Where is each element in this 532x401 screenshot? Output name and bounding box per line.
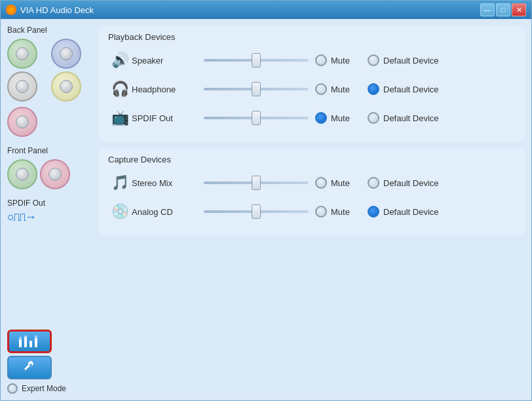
jack-pink-1[interactable] bbox=[7, 107, 37, 137]
headphone-default-label: Default Device bbox=[383, 85, 439, 94]
analogcd-volume-slider[interactable] bbox=[204, 210, 309, 213]
titlebar: VIA HD Audio Deck — □ ✕ bbox=[1, 1, 531, 19]
speaker-default-radio bbox=[368, 54, 379, 66]
speaker-mute-button[interactable]: Mute bbox=[315, 54, 368, 66]
analogcd-mute-label: Mute bbox=[331, 207, 350, 217]
stereomix-icon: 🎵 bbox=[108, 171, 132, 195]
stereomix-row: 🎵 Stereo Mix Mute Default Device bbox=[108, 171, 516, 195]
svg-rect-1 bbox=[19, 337, 22, 339]
settings-button[interactable] bbox=[7, 356, 52, 379]
analogcd-default-radio bbox=[368, 206, 379, 218]
headphone-name: Headphone bbox=[132, 85, 197, 94]
jack-blue-1[interactable] bbox=[51, 39, 81, 69]
capture-section: Capture Devices 🎵 Stereo Mix Mute Defaul… bbox=[99, 148, 525, 235]
front-panel-jacks bbox=[7, 159, 92, 189]
speaker-row: 🔊 Speaker Mute Default Device bbox=[108, 48, 516, 72]
spdif-slider-thumb[interactable] bbox=[252, 111, 261, 125]
stereomix-mute-radio bbox=[315, 177, 327, 189]
stereomix-volume-slider[interactable] bbox=[204, 181, 309, 184]
analogcd-row: 💿 Analog CD Mute Default Device bbox=[108, 200, 516, 223]
playback-title: Playback Devices bbox=[108, 32, 516, 42]
wrench-icon bbox=[22, 360, 37, 375]
front-panel-label: Front Panel bbox=[7, 146, 92, 155]
content-area: Back Panel Front Panel SPDIF Out ○⎍⎍→ bbox=[1, 19, 531, 400]
back-panel-jacks bbox=[7, 39, 92, 137]
headphone-default-radio bbox=[368, 83, 379, 95]
equalizer-icon bbox=[16, 334, 43, 349]
spdif-signal-icon: ○⎍⎍→ bbox=[7, 210, 92, 224]
speaker-name: Speaker bbox=[132, 56, 197, 66]
bottom-buttons bbox=[7, 330, 92, 379]
jack-front-pink[interactable] bbox=[40, 159, 70, 189]
back-panel-label: Back Panel bbox=[7, 26, 92, 35]
headphone-row: 🎧 Headphone Mute Default Device bbox=[108, 77, 516, 101]
capture-title: Capture Devices bbox=[108, 155, 516, 164]
expert-mode-label: Expert Mode bbox=[22, 384, 66, 393]
svg-rect-6 bbox=[35, 335, 37, 338]
analogcd-slider-thumb[interactable] bbox=[252, 204, 261, 219]
speaker-volume-slider[interactable] bbox=[204, 59, 309, 62]
spdif-mute-radio bbox=[315, 112, 327, 124]
spdif-row: 📺 SPDIF Out Mute Default Device bbox=[108, 106, 516, 130]
svg-rect-3 bbox=[24, 335, 27, 337]
headphone-slider-thumb[interactable] bbox=[252, 82, 261, 96]
window-controls: — □ ✕ bbox=[480, 3, 526, 16]
analogcd-default-label: Default Device bbox=[383, 207, 439, 217]
close-button[interactable]: ✕ bbox=[512, 3, 526, 16]
expert-mode-row: Expert Mode bbox=[7, 383, 92, 394]
stereomix-name: Stereo Mix bbox=[132, 178, 197, 188]
app-icon bbox=[6, 5, 16, 15]
spdif-mute-label: Mute bbox=[331, 113, 350, 123]
spdif-mute-button[interactable]: Mute bbox=[315, 112, 368, 124]
spdif-default-button[interactable]: Default Device bbox=[368, 112, 459, 124]
main-window: VIA HD Audio Deck — □ ✕ Back Panel Front… bbox=[0, 0, 532, 401]
headphone-icon: 🎧 bbox=[108, 77, 132, 101]
equalizer-button[interactable] bbox=[7, 330, 52, 353]
analogcd-mute-radio bbox=[315, 206, 327, 218]
speaker-mute-label: Mute bbox=[331, 56, 350, 66]
stereomix-default-button[interactable]: Default Device bbox=[368, 177, 459, 189]
stereomix-mute-button[interactable]: Mute bbox=[315, 177, 368, 189]
speaker-slider-thumb[interactable] bbox=[252, 53, 261, 67]
svg-rect-2 bbox=[24, 337, 27, 347]
speaker-mute-radio bbox=[315, 54, 327, 66]
speaker-default-label: Default Device bbox=[383, 56, 439, 66]
minimize-button[interactable]: — bbox=[480, 3, 495, 16]
speaker-default-button[interactable]: Default Device bbox=[368, 54, 459, 66]
svg-rect-5 bbox=[35, 338, 37, 347]
headphone-volume-slider[interactable] bbox=[204, 88, 309, 90]
spdif-icon: 📺 bbox=[108, 106, 132, 130]
maximize-button[interactable]: □ bbox=[496, 3, 510, 16]
svg-rect-4 bbox=[29, 341, 32, 347]
main-panel: Playback Devices 🔊 Speaker Mute Default … bbox=[99, 26, 525, 394]
expert-mode-radio[interactable] bbox=[7, 383, 18, 394]
stereomix-mute-label: Mute bbox=[331, 178, 350, 188]
playback-section: Playback Devices 🔊 Speaker Mute Default … bbox=[99, 26, 525, 142]
jack-yellow-1[interactable] bbox=[51, 71, 81, 102]
window-title: VIA HD Audio Deck bbox=[20, 5, 480, 15]
headphone-mute-label: Mute bbox=[331, 85, 350, 94]
jack-front-green[interactable] bbox=[7, 159, 37, 189]
speaker-icon: 🔊 bbox=[108, 48, 132, 72]
spdif-volume-slider[interactable] bbox=[204, 117, 309, 119]
svg-rect-0 bbox=[19, 339, 22, 347]
analogcd-mute-button[interactable]: Mute bbox=[315, 206, 368, 218]
headphone-mute-button[interactable]: Mute bbox=[315, 83, 368, 95]
stereomix-default-radio bbox=[368, 177, 379, 189]
analogcd-icon: 💿 bbox=[108, 200, 132, 223]
spdif-label: SPDIF Out bbox=[7, 199, 92, 208]
jack-gray-1[interactable] bbox=[7, 71, 37, 102]
analogcd-name: Analog CD bbox=[132, 207, 197, 217]
left-panel: Back Panel Front Panel SPDIF Out ○⎍⎍→ bbox=[7, 26, 92, 394]
analogcd-default-button[interactable]: Default Device bbox=[368, 206, 459, 218]
headphone-mute-radio bbox=[315, 83, 327, 95]
stereomix-default-label: Default Device bbox=[383, 178, 439, 188]
headphone-default-button[interactable]: Default Device bbox=[368, 83, 459, 95]
stereomix-slider-thumb[interactable] bbox=[252, 176, 261, 190]
spdif-default-radio bbox=[368, 112, 379, 124]
jack-green-1[interactable] bbox=[7, 39, 37, 69]
spdif-default-label: Default Device bbox=[383, 113, 439, 123]
spdif-name: SPDIF Out bbox=[132, 113, 197, 123]
